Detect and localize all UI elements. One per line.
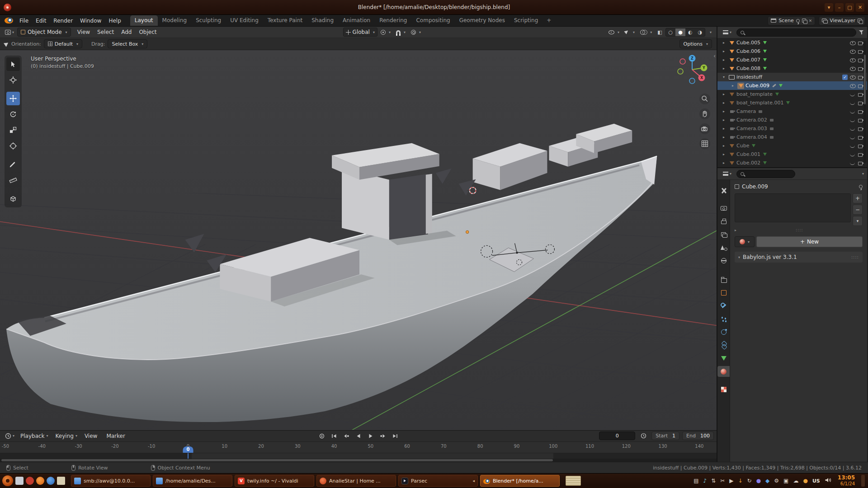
tray-download-icon[interactable]: ↓ [738,478,743,483]
add-cube-tool[interactable] [6,192,20,206]
jump-to-end-button[interactable] [390,432,401,440]
outliner-row[interactable]: ▸ Cube.001 [717,150,867,159]
tray-media-icon[interactable]: ♪ [703,478,707,483]
slot-specials-button[interactable]: ▾ [853,216,863,226]
taskbar-task[interactable]: smb://awv@10.0.0... [71,475,151,487]
object-tab[interactable] [717,287,730,298]
modifiers-tab[interactable] [717,300,730,311]
workspace-tab[interactable]: Animation [338,15,375,26]
measure-tool[interactable] [6,174,20,187]
shading-dropdown[interactable]: ▾ [706,28,714,37]
material-tab[interactable] [717,366,730,377]
object-origin-dot[interactable] [466,230,468,233]
disclosure-triangle[interactable]: ▸ [723,58,727,62]
outliner-row[interactable]: ▸ Camera.003 [717,124,867,133]
play-reverse-button[interactable] [353,432,364,440]
visibility-eye-icon[interactable] [849,151,856,158]
babylon-panel-header[interactable]: ▾ Babylon.js ver 3.3.1 ∷∷ [735,252,863,263]
sidebar-collapse-arrow[interactable]: ‹ [713,53,716,59]
disclosure-triangle[interactable]: ▸ [723,118,727,122]
viewport-menu-item[interactable]: View [74,28,94,36]
object-name[interactable]: Cube.008 [736,66,760,71]
keep-above-button[interactable]: ▾ [825,3,833,12]
rotate-tool[interactable] [6,108,20,121]
launcher-icon[interactable] [26,477,34,485]
taskbar-task[interactable]: Blender* [/home/a... [480,475,560,487]
tray-app-icon[interactable]: ◆ [765,478,769,483]
viewport[interactable]: User Perspective (0) insidestuff | Cube.… [0,50,717,430]
object-name[interactable]: Camera.004 [736,134,767,140]
viewport-canvas[interactable] [0,50,717,430]
tray-screen-icon[interactable]: ▣ [783,478,788,483]
editor-type-button[interactable]: ▾ [3,29,16,36]
drag-mode-dropdown[interactable]: Select Box▾ [108,39,147,48]
tray-settings-icon[interactable]: ⚙ [774,478,779,483]
scale-tool[interactable] [6,123,20,137]
tray-network-icon[interactable]: ⇅ [711,478,716,483]
visibility-eye-icon[interactable] [849,48,856,55]
properties-search-input[interactable] [736,170,795,178]
navigation-gizmo[interactable]: Z Y X [673,51,711,90]
tray-sync-icon[interactable]: ↻ [747,478,752,483]
maximize-button[interactable]: ▢ [845,3,854,12]
snap-toggle[interactable]: ▾ [394,28,408,37]
workspace-tab[interactable]: Scripting [509,15,542,26]
disclosure-triangle[interactable]: ▸ [723,135,727,139]
viewport-menu-item[interactable]: Select [94,28,118,36]
object-name[interactable]: Camera.003 [736,126,767,131]
visibility-eye-icon[interactable] [849,74,856,80]
axis-negative-z[interactable] [689,78,695,84]
new-material-button[interactable]: +New [756,236,863,247]
scene-selector[interactable]: Scene ✕ [768,16,815,25]
viewport-menu-item[interactable]: Object [135,28,160,36]
new-view-layer-icon[interactable] [858,19,862,23]
disclosure-triangle[interactable]: ▸ [723,161,727,165]
disclosure-triangle[interactable]: ▾ [723,75,727,79]
visibility-eye-icon[interactable] [849,108,856,115]
zoom-icon[interactable] [699,94,710,104]
physics-tab[interactable] [717,327,730,338]
outliner-row[interactable]: ▸ Camera [717,107,867,116]
timeline-menu-item[interactable]: Keying▾ [52,432,81,440]
close-button[interactable]: ✕ [856,3,864,12]
outliner-row[interactable]: ▸ Cube.009 [717,81,867,90]
previous-keyframe-button[interactable] [341,432,352,440]
object-name[interactable]: insidestuff [736,74,762,80]
outliner-editor-type-button[interactable]: ▾ [721,29,734,35]
viewport-menu-item[interactable]: Add [118,28,135,36]
breadcrumb-object-name[interactable]: Cube.009 [742,183,768,190]
taskbar-task[interactable]: V twily.info ~/ - Vivaldi [235,475,314,487]
play-button[interactable] [365,432,376,440]
playhead-line[interactable] [188,453,189,459]
outliner-row[interactable]: ▸ Cube [717,141,867,150]
timeline-menu-item[interactable]: Playback▾ [17,432,52,440]
timeline-menu-item[interactable]: View [81,432,103,440]
object-name[interactable]: Camera.002 [736,117,767,123]
app-menu-item[interactable]: Edit [32,17,50,25]
browse-material-dropdown[interactable]: ▾ [735,236,755,247]
disclosure-triangle[interactable]: ▸ [723,41,727,45]
overlays-dropdown[interactable]: ▾ [638,28,654,37]
tray-clipboard-icon[interactable]: ▤ [693,478,698,483]
object-name[interactable]: boat_template [736,91,773,97]
proportional-editing-toggle[interactable]: ▾ [409,28,423,37]
visibility-eye-icon[interactable] [849,83,856,89]
workspace-tab[interactable]: Sculpting [191,15,226,26]
view-layer-tab[interactable] [717,229,730,240]
disclosure-triangle[interactable]: ▸ [723,109,727,113]
disclosure-triangle[interactable]: ▸ [723,144,727,148]
preview-range-toggle[interactable] [638,432,649,440]
app-menu-item[interactable]: Render [50,17,76,25]
outliner-search-input[interactable] [736,28,856,37]
outliner-scrollbar[interactable] [863,41,866,163]
outliner-row[interactable]: ▸ Camera.004 [717,133,867,141]
volume-icon[interactable] [825,477,831,484]
timeline-ruler[interactable]: -50-40-30-20-100102030405060708090100110… [0,442,717,454]
visibility-eye-icon[interactable] [849,91,856,98]
timeline-track[interactable] [0,453,717,462]
disclosure-triangle[interactable]: ▸ [723,152,727,156]
shading-material-button[interactable]: ◐ [685,28,695,36]
add-slot-button[interactable]: + [853,193,863,203]
camera-view-icon[interactable] [699,123,710,134]
texture-tab[interactable] [717,384,730,395]
